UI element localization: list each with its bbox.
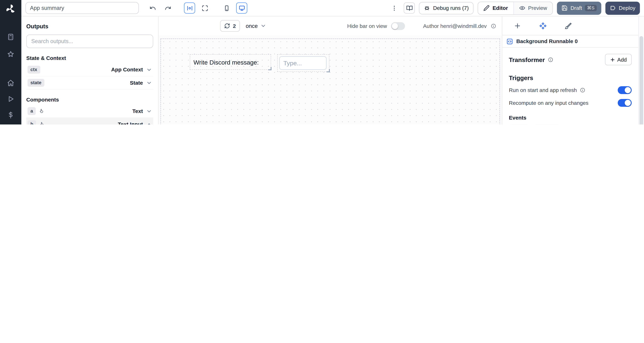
hide-bar-toggle[interactable] <box>391 22 405 30</box>
settings-body: Transformer Add Triggers Run on start an… <box>502 48 638 124</box>
hide-bar-label: Hide bar on view <box>347 23 387 29</box>
interval-select[interactable]: once <box>246 23 266 29</box>
output-row-component-a[interactable]: a Text <box>26 105 153 118</box>
resize-handle[interactable] <box>268 67 272 70</box>
resize-handle[interactable] <box>326 69 330 72</box>
tab-component-settings[interactable] <box>539 22 547 29</box>
favorites-star-icon[interactable] <box>6 49 16 59</box>
fit-width-button[interactable] <box>184 2 195 14</box>
tab-preview[interactable]: Preview <box>514 2 552 14</box>
mobile-view-button[interactable] <box>221 2 232 14</box>
run-on-start-toggle[interactable] <box>618 86 632 94</box>
author-label: Author henri@windmill.dev <box>423 23 487 29</box>
deploy-icon <box>610 5 616 11</box>
runs-icon[interactable] <box>6 94 16 104</box>
selected-runnable-title: Background Runnable 0 <box>516 38 578 44</box>
output-row-ctx[interactable]: ctx App Context <box>26 63 153 76</box>
debug-runs-button[interactable]: Debug runs (7) <box>419 2 474 14</box>
windmill-app-editor: Debug runs (7) Editor Preview Draft ⌘S D… <box>0 0 644 124</box>
canvas-area: 2 once Hide bar on view Author henri@win… <box>158 16 502 124</box>
chevron-down-icon <box>146 80 152 86</box>
text-component[interactable]: Write Discord message: <box>190 54 271 70</box>
output-row-state[interactable]: state State <box>26 76 153 90</box>
outputs-search-input[interactable] <box>26 34 153 48</box>
app-summary-input[interactable] <box>26 2 139 14</box>
tab-editor[interactable]: Editor <box>478 2 514 14</box>
outputs-title: Outputs <box>26 23 153 30</box>
redo-button[interactable] <box>162 2 173 14</box>
windmill-logo-icon[interactable] <box>5 3 16 15</box>
transformer-row: Transformer Add <box>509 54 632 65</box>
variables-icon[interactable] <box>6 110 16 120</box>
canvas-toolbar: 2 once Hide bar on view Author henri@win… <box>158 16 502 35</box>
draft-shortcut: ⌘S <box>585 5 596 11</box>
info-icon[interactable] <box>580 88 585 93</box>
topbar: Debug runs (7) Editor Preview Draft ⌘S D… <box>21 0 644 16</box>
settings-tabs <box>502 16 638 35</box>
discord-message-input[interactable] <box>279 56 326 70</box>
draft-save-icon <box>562 5 568 11</box>
code-square-icon <box>506 38 513 44</box>
home-icon[interactable] <box>6 78 16 88</box>
refresh-count: 2 <box>233 23 236 29</box>
editor-preview-segmented: Editor Preview <box>478 2 553 14</box>
outputs-panel: Outputs State & Context ctx App Context … <box>21 16 158 124</box>
events-heading: Events <box>509 115 632 121</box>
chevron-down-icon <box>146 108 152 114</box>
plus-icon <box>610 57 615 62</box>
undo-button[interactable] <box>147 2 158 14</box>
component-b-badge: b <box>28 120 36 124</box>
app-grid-container[interactable]: Write Discord message: Press me <box>160 38 500 124</box>
triggers-heading: Triggers <box>509 74 632 82</box>
add-transformer-button[interactable]: Add <box>605 54 632 65</box>
more-menu-button[interactable] <box>389 2 400 14</box>
scrollbar-thumb[interactable] <box>640 36 643 124</box>
component-a-badge: a <box>28 107 36 115</box>
trigger-recompute-row: Recompute on any input changes <box>509 99 632 107</box>
draft-button[interactable]: Draft ⌘S <box>557 2 601 14</box>
workspace-rail <box>0 0 21 124</box>
chevron-down-icon <box>260 23 266 29</box>
info-icon[interactable] <box>548 57 553 62</box>
info-icon[interactable] <box>491 23 496 28</box>
fullscreen-button[interactable] <box>199 2 210 14</box>
state-badge: state <box>28 79 44 86</box>
hand-pointer-icon <box>39 108 44 114</box>
chevron-down-icon <box>146 67 152 72</box>
selected-runnable-header: Background Runnable 0 <box>502 35 638 48</box>
trigger-run-on-start-row: Run on start and app refresh <box>509 86 632 94</box>
pencil-icon <box>484 5 490 11</box>
tab-insert-component[interactable] <box>514 22 521 29</box>
bug-icon <box>424 5 430 11</box>
deploy-button[interactable]: Deploy <box>605 2 640 14</box>
output-row-component-b[interactable]: b Text Input <box>26 118 153 124</box>
refresh-icon <box>224 23 230 29</box>
components-heading: Components <box>26 96 153 102</box>
tab-styling[interactable] <box>565 22 572 29</box>
eye-icon <box>519 5 525 11</box>
desktop-view-button[interactable] <box>236 2 247 14</box>
apps-icon[interactable] <box>6 32 16 42</box>
app-canvas[interactable]: Write Discord message: Press me <box>160 38 500 124</box>
ctx-badge: ctx <box>28 66 40 74</box>
recompute-toggle[interactable] <box>618 99 632 107</box>
hand-pointer-icon <box>40 122 45 124</box>
settings-panel: Background Runnable 0 Transformer Add Tr… <box>502 16 638 124</box>
refresh-button[interactable]: 2 <box>220 20 240 32</box>
scrollbar-track <box>638 16 644 124</box>
text-input-component[interactable] <box>277 54 330 72</box>
state-context-heading: State & Context <box>26 55 153 61</box>
docs-button[interactable] <box>404 2 415 14</box>
chevron-up-icon <box>146 121 152 124</box>
